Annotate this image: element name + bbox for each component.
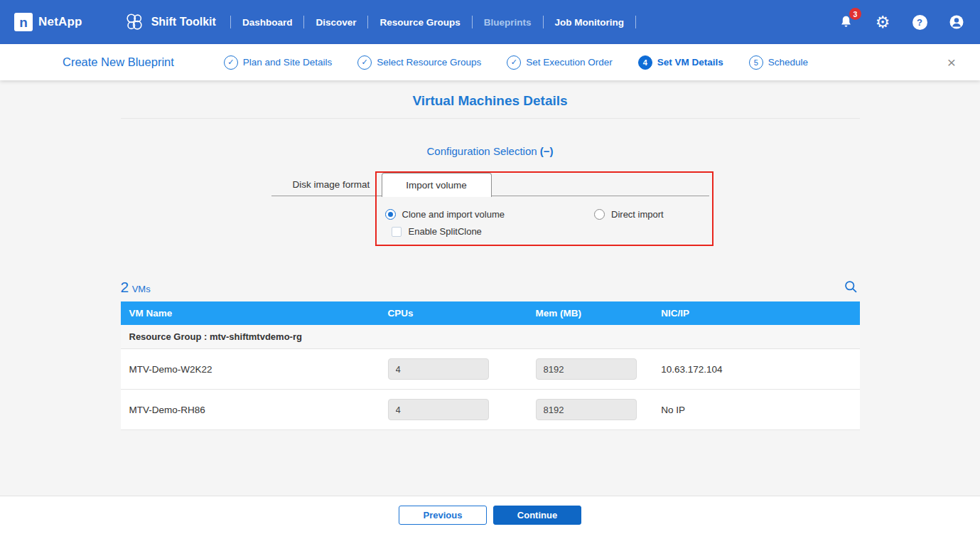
- column-cpus: CPUs: [379, 301, 527, 325]
- previous-button[interactable]: Previous: [399, 506, 487, 525]
- radio-label: Clone and import volume: [402, 209, 505, 220]
- radio-label: Direct import: [611, 209, 664, 220]
- nav-item-resource-groups[interactable]: Resource Groups: [378, 14, 461, 31]
- gear-icon: ⚙: [876, 14, 890, 31]
- step-plan-and-site-details[interactable]: ✓ Plan and Site Details: [224, 55, 332, 70]
- nav-item-discover[interactable]: Discover: [314, 14, 357, 31]
- shift-toolkit-logo-icon: [124, 11, 145, 33]
- step-number-icon: 5: [749, 55, 763, 70]
- title-divider: [121, 118, 860, 119]
- search-button[interactable]: [842, 278, 860, 296]
- radio-clone-and-import-volume[interactable]: Clone and import volume: [385, 209, 505, 220]
- vm-count-unit: VMs: [132, 284, 151, 294]
- wizard-title: Create New Blueprint: [63, 55, 174, 69]
- cpus-input[interactable]: [388, 358, 489, 380]
- step-label: Set VM Details: [657, 57, 723, 68]
- configuration-tabs-block: Disk image format Import volume Clone an…: [271, 173, 709, 252]
- notification-badge: 3: [849, 8, 861, 20]
- nav-divider: [543, 16, 544, 28]
- import-volume-options: Clone and import volume Direct import En…: [271, 196, 709, 252]
- vm-name-cell: MTV-Demo-RH86: [121, 390, 379, 430]
- config-title-text: Configuration Selection: [426, 145, 537, 157]
- radio-direct-import[interactable]: Direct import: [594, 209, 664, 220]
- step-check-icon: ✓: [224, 55, 238, 70]
- nav-item-dashboard[interactable]: Dashboard: [241, 14, 294, 31]
- collapse-toggle[interactable]: (−): [540, 145, 554, 157]
- settings-button[interactable]: ⚙: [873, 13, 892, 31]
- netapp-logo-icon: n: [14, 13, 33, 31]
- step-label: Schedule: [768, 57, 808, 68]
- nav-divider: [367, 16, 368, 28]
- vm-count: 2 VMs: [121, 279, 151, 296]
- vm-table: VM Name CPUs Mem (MB) NIC/IP Resource Gr…: [121, 301, 860, 430]
- cpus-input[interactable]: [388, 399, 489, 420]
- checkbox-label: Enable SplitClone: [409, 226, 482, 237]
- step-label: Plan and Site Details: [243, 57, 332, 68]
- search-icon: [844, 279, 858, 294]
- column-nic-ip: NIC/IP: [652, 301, 859, 325]
- nav-item-job-monitoring[interactable]: Job Monitoring: [554, 14, 625, 31]
- config-section-title: Configuration Selection (−): [121, 145, 860, 157]
- vm-name-cell: MTV-Demo-W2K22: [121, 349, 379, 390]
- resource-group-label: Resource Group : mtv-shiftmtvdemo-rg: [121, 325, 860, 349]
- main-nav: Dashboard Discover Resource Groups Bluep…: [220, 14, 646, 31]
- checkbox-enable-splitclone[interactable]: Enable SplitClone: [392, 226, 709, 237]
- nav-divider: [303, 16, 304, 28]
- step-check-icon: ✓: [507, 55, 521, 70]
- footer-actions: Previous Continue: [0, 496, 980, 534]
- vm-list-header: 2 VMs: [121, 278, 860, 296]
- tab-import-volume[interactable]: Import volume: [382, 173, 492, 197]
- column-vm-name: VM Name: [121, 301, 379, 325]
- wizard-header: Create New Blueprint ✓ Plan and Site Det…: [0, 44, 980, 80]
- notifications-button[interactable]: 3: [836, 13, 855, 31]
- step-label: Set Execution Order: [526, 57, 613, 68]
- account-button[interactable]: [947, 13, 966, 31]
- step-check-icon: ✓: [357, 55, 372, 70]
- mem-input[interactable]: [536, 399, 637, 420]
- top-icons: 3 ⚙ ?: [836, 13, 966, 31]
- app-title: Shift Toolkit: [151, 16, 216, 28]
- nav-item-blueprints[interactable]: Blueprints: [483, 14, 533, 31]
- table-row: MTV-Demo-W2K22 10.63.172.104: [121, 349, 860, 390]
- main-content: Virtual Machines Details Configuration S…: [0, 80, 980, 496]
- step-select-resource-groups[interactable]: ✓ Select Resource Groups: [357, 55, 481, 70]
- page-title: Virtual Machines Details: [121, 93, 860, 109]
- nav-divider: [230, 16, 231, 28]
- continue-button[interactable]: Continue: [493, 506, 581, 525]
- help-icon: ?: [912, 15, 927, 30]
- step-schedule[interactable]: 5 Schedule: [749, 55, 808, 70]
- checkbox-icon: [392, 227, 402, 237]
- close-icon[interactable]: ×: [943, 53, 960, 71]
- app-identity[interactable]: Shift Toolkit: [124, 11, 216, 33]
- tab-disk-image-format[interactable]: Disk image format: [280, 173, 383, 196]
- step-set-vm-details[interactable]: 4 Set VM Details: [638, 55, 723, 70]
- radio-selected-icon: [385, 209, 396, 220]
- netapp-brand-name: NetApp: [38, 15, 82, 29]
- vm-table-header-row: VM Name CPUs Mem (MB) NIC/IP: [121, 301, 860, 325]
- wizard-steps: ✓ Plan and Site Details ✓ Select Resourc…: [224, 55, 808, 70]
- nav-divider: [635, 16, 636, 28]
- vm-count-number: 2: [121, 279, 129, 295]
- nic-ip-cell: 10.63.172.104: [652, 349, 859, 390]
- step-number-icon: 4: [638, 55, 652, 70]
- step-label: Select Resource Groups: [377, 57, 481, 68]
- account-icon: [948, 14, 965, 31]
- table-row: MTV-Demo-RH86 No IP: [121, 390, 860, 430]
- top-bar: n NetApp Shift Toolkit Dashboard Discove…: [0, 0, 980, 44]
- mem-input[interactable]: [536, 358, 637, 380]
- radio-unselected-icon: [594, 209, 605, 220]
- netapp-logo[interactable]: n NetApp: [14, 13, 82, 31]
- column-mem: Mem (MB): [527, 301, 653, 325]
- step-set-execution-order[interactable]: ✓ Set Execution Order: [507, 55, 613, 70]
- nic-ip-cell: No IP: [652, 390, 859, 430]
- resource-group-row: Resource Group : mtv-shiftmtvdemo-rg: [121, 325, 860, 349]
- nav-divider: [472, 16, 473, 28]
- help-button[interactable]: ?: [910, 13, 929, 31]
